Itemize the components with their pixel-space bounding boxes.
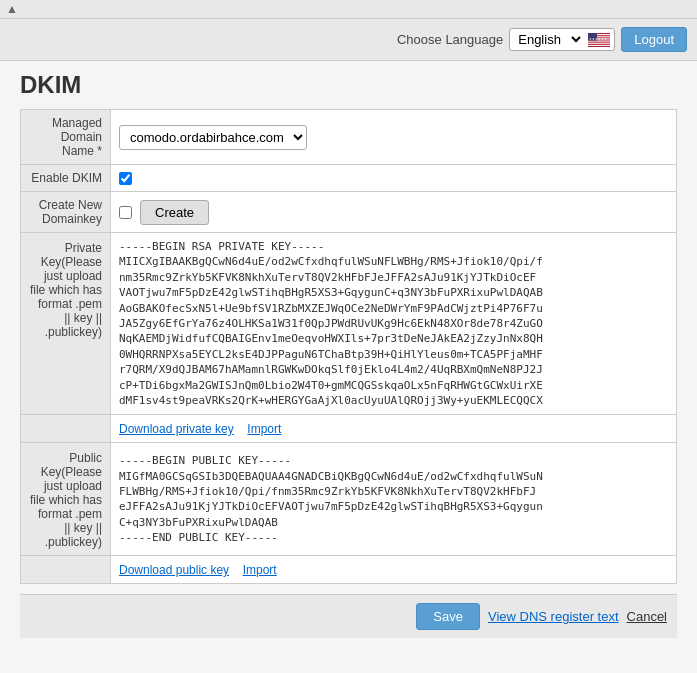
- svg-rect-4: [588, 40, 610, 41]
- import-public-key-link[interactable]: Import: [243, 563, 277, 577]
- page-title: DKIM: [20, 71, 677, 99]
- private-key-content: -----BEGIN RSA PRIVATE KEY----- MIICXgIB…: [119, 239, 668, 408]
- managed-domain-cell: comodo.ordabirbahce.com: [111, 110, 677, 165]
- chevron-up-icon[interactable]: ▲: [2, 2, 22, 16]
- public-key-cell: -----BEGIN PUBLIC KEY----- MIGfMA0GCSqGS…: [111, 443, 677, 556]
- create-new-checkbox[interactable]: [119, 206, 132, 219]
- svg-rect-6: [588, 44, 610, 45]
- private-key-download-cell: Download private key Import: [111, 415, 677, 443]
- managed-domain-label: Managed Domain Name *: [21, 110, 111, 165]
- create-new-cell: Create: [111, 192, 677, 233]
- enable-dkim-cell: [111, 165, 677, 192]
- svg-rect-5: [588, 42, 610, 43]
- download-public-key-link[interactable]: Download public key: [119, 563, 229, 577]
- svg-text:★★★★★★: ★★★★★★: [589, 36, 607, 40]
- public-key-download-cell: Download public key Import: [111, 556, 677, 584]
- public-key-label: Public Key(Please just upload file which…: [21, 443, 111, 556]
- view-dns-link[interactable]: View DNS register text: [488, 609, 619, 624]
- language-selector[interactable]: English Türkçe Deutsch Français ★★★★★★: [509, 28, 615, 51]
- create-button[interactable]: Create: [140, 200, 209, 225]
- choose-language-label: Choose Language: [397, 32, 503, 47]
- download-private-key-link[interactable]: Download private key: [119, 422, 234, 436]
- language-dropdown[interactable]: English Türkçe Deutsch Français: [514, 31, 584, 48]
- enable-dkim-checkbox[interactable]: [119, 172, 132, 185]
- enable-dkim-label: Enable DKIM: [21, 165, 111, 192]
- bottom-bar: Save View DNS register text Cancel: [20, 594, 677, 638]
- logout-button[interactable]: Logout: [621, 27, 687, 52]
- save-button[interactable]: Save: [416, 603, 480, 630]
- private-key-cell: -----BEGIN RSA PRIVATE KEY----- MIICXgIB…: [111, 233, 677, 415]
- flag-icon: ★★★★★★: [588, 33, 610, 47]
- cancel-link[interactable]: Cancel: [627, 609, 667, 624]
- private-key-label: Private Key(Please just upload file whic…: [21, 233, 111, 415]
- import-private-key-link[interactable]: Import: [247, 422, 281, 436]
- public-key-content: -----BEGIN PUBLIC KEY----- MIGfMA0GCSqGS…: [119, 453, 668, 545]
- create-new-label: Create New Domainkey: [21, 192, 111, 233]
- domain-select[interactable]: comodo.ordabirbahce.com: [119, 125, 307, 150]
